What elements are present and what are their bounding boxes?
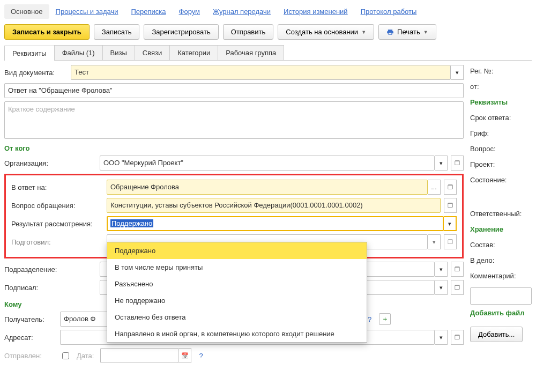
side-requisites-head: Реквизиты: [470, 98, 532, 106]
question-label: Вопрос обращения:: [11, 199, 102, 212]
sent-checkbox[interactable]: [62, 352, 69, 359]
tab-categories[interactable]: Категории: [169, 45, 218, 60]
doc-type-dropdown-button[interactable]: ▾: [451, 65, 464, 80]
from-section-head: От кого: [4, 144, 464, 152]
reply-to-select-button[interactable]: …: [428, 180, 441, 195]
dropdown-option[interactable]: Поддержано: [107, 242, 367, 259]
tab-workgroup[interactable]: Рабочая группа: [218, 45, 284, 60]
nav-item-correspondence[interactable]: Переписка: [125, 4, 173, 19]
side-panel: Рег. №: от: Реквизиты Срок ответа: Гриф:…: [470, 65, 532, 366]
prepared-dropdown-button[interactable]: ▾: [428, 234, 441, 249]
reply-to-input[interactable]: Обращение Фролова: [107, 180, 428, 195]
nav-item-processes[interactable]: Процессы и задачи: [49, 4, 125, 19]
dropdown-option[interactable]: Оставлено без ответа: [107, 309, 367, 326]
signed-label: Подписал:: [4, 282, 95, 294]
org-open-button[interactable]: ❐: [451, 156, 464, 171]
printer-icon: [386, 28, 394, 36]
date-help-icon[interactable]: ?: [196, 352, 206, 360]
top-nav: Основное Процессы и задачи Переписка Фор…: [4, 4, 532, 19]
result-selected-text: Поддержано: [110, 219, 153, 227]
question-input[interactable]: Конституции, уставы субъектов Российской…: [107, 198, 441, 213]
tab-requisites[interactable]: Реквизиты: [4, 46, 55, 61]
tab-links[interactable]: Связи: [135, 45, 170, 60]
doc-type-label: Вид документа:: [4, 66, 66, 79]
print-label: Печать: [397, 28, 420, 36]
side-reply-term: Срок ответа:: [470, 114, 532, 122]
save-close-button[interactable]: Записать и закрыть: [4, 24, 90, 40]
toolbar: Записать и закрыть Записать Зарегистриро…: [4, 24, 532, 40]
dept-dropdown-button[interactable]: ▾: [435, 262, 448, 277]
org-dropdown-button[interactable]: ▾: [435, 156, 448, 171]
tab-files[interactable]: Файлы (1): [54, 45, 103, 60]
addressee-open-button[interactable]: ❐: [451, 330, 464, 345]
side-reg-no: Рег. №:: [470, 67, 532, 75]
side-from: от:: [470, 83, 532, 91]
side-question: Вопрос:: [470, 145, 532, 153]
side-comment-input[interactable]: [470, 287, 532, 305]
create-based-button[interactable]: Создать на основании ▼: [278, 24, 374, 40]
subtabs: Реквизиты Файлы (1) Визы Связи Категории…: [4, 45, 532, 61]
addressee-dropdown-button[interactable]: ▾: [435, 330, 448, 345]
sent-label: Отправлен:: [4, 350, 56, 362]
create-based-label: Создать на основании: [286, 28, 358, 36]
reply-to-label: В ответ на:: [11, 181, 102, 194]
side-sostav: Состав:: [470, 241, 532, 249]
side-state: Состояние:: [470, 176, 532, 184]
result-input[interactable]: Поддержано: [107, 216, 444, 231]
date-picker-button[interactable]: 📅: [178, 348, 191, 363]
nav-item-main[interactable]: Основное: [4, 4, 49, 19]
send-button[interactable]: Отправить: [223, 24, 273, 40]
tab-visas[interactable]: Визы: [102, 45, 135, 60]
summary-textarea[interactable]: Краткое содержание: [4, 101, 464, 139]
caret-down-icon: ▼: [361, 29, 366, 35]
recipient-label: Получатель:: [4, 313, 56, 326]
dropdown-option[interactable]: Разъяснено: [107, 276, 367, 292]
nav-item-protocol[interactable]: Протокол работы: [354, 4, 423, 19]
dept-open-button[interactable]: ❐: [451, 262, 464, 277]
signed-dropdown-button[interactable]: ▾: [435, 280, 448, 295]
side-vdelo: В дело:: [470, 256, 532, 264]
prepared-open-button[interactable]: ❐: [444, 234, 457, 249]
prepared-label: Подготовил:: [11, 236, 102, 248]
recipient-add-button[interactable]: ＋: [379, 313, 391, 325]
reply-to-open-button[interactable]: ❐: [444, 180, 457, 195]
side-comment: Комментарий:: [470, 272, 532, 280]
result-dropdown: Поддержано В том числе меры приняты Разъ…: [107, 242, 367, 343]
result-label: Результат рассмотрения:: [11, 218, 102, 230]
nav-item-history[interactable]: История изменений: [277, 4, 354, 19]
dept-label: Подразделение:: [4, 263, 95, 276]
dropdown-option[interactable]: В том числе меры приняты: [107, 259, 367, 276]
caret-down-icon: ▼: [423, 29, 428, 35]
side-project: Проект:: [470, 160, 532, 168]
question-open-button[interactable]: ❐: [444, 198, 457, 213]
signed-open-button[interactable]: ❐: [451, 280, 464, 295]
dropdown-option[interactable]: Не поддержано: [107, 292, 367, 309]
date-input[interactable]: [100, 348, 178, 363]
save-button[interactable]: Записать: [94, 24, 140, 40]
nav-item-transfer-log[interactable]: Журнал передачи: [206, 4, 277, 19]
nav-item-forum[interactable]: Форум: [173, 4, 207, 19]
org-input[interactable]: ООО "Меркурий Проект": [100, 156, 435, 171]
add-file-button[interactable]: Добавить...: [470, 327, 523, 342]
doc-type-input[interactable]: Тест: [71, 65, 451, 80]
side-grif: Гриф:: [470, 129, 532, 137]
side-storage-head: Хранение: [470, 225, 532, 233]
result-dropdown-button[interactable]: ▾: [444, 216, 457, 231]
org-label: Организация:: [4, 157, 95, 169]
side-add-file-head: Добавить файл: [470, 309, 532, 317]
register-button[interactable]: Зарегистрировать: [144, 24, 218, 40]
title-input[interactable]: Ответ на "Обращение Фролова": [4, 83, 464, 98]
addressee-label: Адресат:: [4, 331, 56, 344]
side-responsible: Ответственный:: [470, 210, 532, 218]
date-label: Дата:: [77, 352, 94, 360]
dropdown-option[interactable]: Направлено в иной орган, в компетенцию к…: [107, 326, 367, 342]
print-button[interactable]: Печать ▼: [378, 24, 436, 40]
